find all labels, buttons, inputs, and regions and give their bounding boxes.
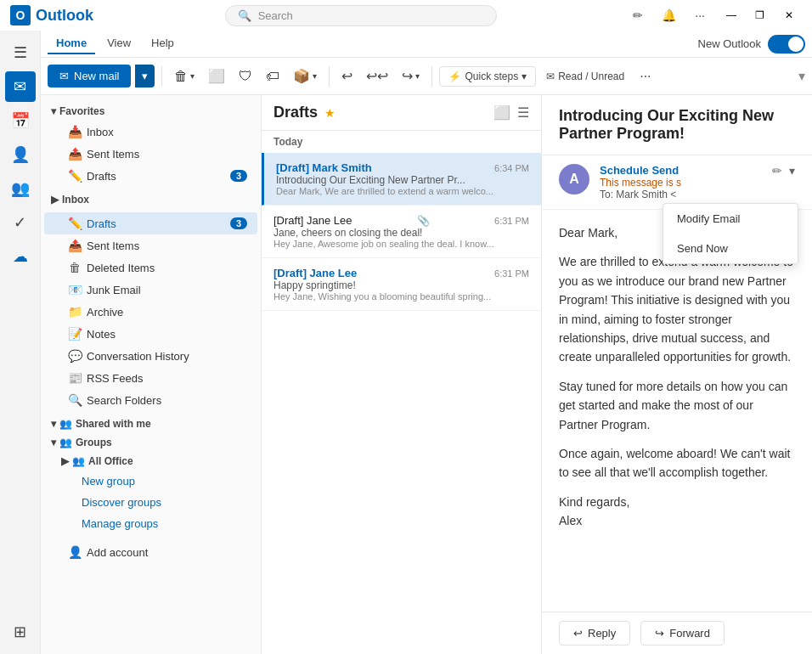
email-meta: A Schedule Send This message is s To: Ma…	[542, 155, 812, 210]
email-row1: [Draft] Jane Lee 📎 6:31 PM	[273, 214, 529, 227]
email-item[interactable]: [Draft] Jane Lee 📎 6:31 PM Jane, cheers …	[262, 206, 541, 258]
rail-apps-icon[interactable]: ⊞	[5, 617, 36, 647]
rail-groups-icon[interactable]: 👥	[5, 173, 36, 204]
sidebar-item-notes[interactable]: 📝 Notes	[44, 323, 257, 345]
groups-label: Groups	[76, 437, 112, 448]
new-mail-caret[interactable]: ▾	[135, 65, 155, 87]
list-filter-icon[interactable]: ☰	[517, 104, 529, 121]
new-mail-button[interactable]: ✉ New mail	[48, 65, 131, 87]
add-account-icon: 👤	[68, 545, 82, 559]
reply-button[interactable]: ↩	[336, 65, 358, 87]
all-office-chevron-icon: ▶	[61, 455, 69, 467]
drafts-label: Drafts	[87, 217, 116, 230]
move-button[interactable]: ⬜	[203, 65, 230, 87]
email-time: 6:34 PM	[494, 163, 529, 173]
sidebar-item-sent-fav[interactable]: 📤 Sent Items	[44, 143, 257, 165]
new-group-label[interactable]: New group	[82, 475, 135, 488]
close-button[interactable]: ✕	[776, 6, 802, 25]
sidebar-item-archive[interactable]: 📁 Archive	[44, 301, 257, 323]
read-unread-label: Read / Unread	[558, 70, 624, 82]
menu-tab-home[interactable]: Home	[48, 33, 95, 54]
discover-groups-label[interactable]: Discover groups	[82, 496, 161, 509]
favorites-header[interactable]: ▾ Favorites	[41, 102, 261, 121]
email-list: Drafts ★ ⬜ ☰ Today [Draft] Mark Smith 6:…	[262, 95, 542, 654]
quick-steps-caret: ▾	[522, 70, 527, 82]
email-item[interactable]: [Draft] Mark Smith 6:34 PM Introducing O…	[262, 153, 541, 206]
reply-all-button[interactable]: ↩↩	[361, 65, 393, 87]
sidebar-item-deleted[interactable]: 🗑 Deleted Items	[44, 257, 257, 279]
rail-check-icon[interactable]: ✓	[5, 207, 36, 238]
delete-button[interactable]: 🗑▾	[169, 65, 200, 87]
edit-meta-button[interactable]: ✏	[772, 164, 782, 178]
reply-btn[interactable]: ↩ Reply	[559, 621, 630, 646]
add-account-label: Add account	[87, 546, 148, 559]
quick-steps-button[interactable]: ⚡ Quick steps ▾	[439, 66, 536, 87]
sidebar: ▾ Favorites 📥 Inbox 📤 Sent Items ✏️ Draf…	[41, 95, 262, 654]
sidebar-item-drafts[interactable]: ✏️ Drafts 3	[44, 212, 257, 234]
sidebar-item-conversation[interactable]: 💬 Conversation History	[44, 345, 257, 367]
minimize-button[interactable]: —	[719, 6, 744, 25]
toolbar-expand-icon[interactable]: ▾	[798, 68, 805, 84]
manage-groups-label[interactable]: Manage groups	[82, 517, 158, 530]
rail-people-icon[interactable]: 👤	[5, 139, 36, 170]
titlebar: O Outlook 🔍 Search ✏ 🔔 ··· — ❐ ✕	[0, 0, 812, 31]
star-icon[interactable]: ★	[324, 106, 336, 120]
list-view-icon[interactable]: ⬜	[493, 104, 510, 121]
sidebar-item-new-group[interactable]: New group	[44, 471, 257, 492]
sidebar-item-drafts-fav[interactable]: ✏️ Drafts 3	[44, 165, 257, 187]
all-office-label: All Office	[88, 455, 133, 467]
rail-hamburger[interactable]: ☰	[5, 37, 36, 68]
restore-button[interactable]: ❐	[747, 6, 773, 25]
forward-button[interactable]: ↪▾	[397, 65, 425, 87]
sidebar-item-search-folders[interactable]: 🔍 Search Folders	[44, 389, 257, 411]
sidebar-item-rss[interactable]: 📰 RSS Feeds	[44, 367, 257, 389]
forward-btn[interactable]: ↪ Forward	[640, 621, 725, 646]
rail-cloud-icon[interactable]: ☁	[5, 241, 36, 272]
date-group-today: Today	[262, 131, 541, 153]
notes-icon: 📝	[68, 327, 82, 341]
menu-tab-help[interactable]: Help	[143, 33, 183, 54]
new-outlook-switch[interactable]	[768, 35, 805, 54]
email-sender: [Draft] Mark Smith	[276, 161, 372, 174]
delete-icon: 🗑	[174, 69, 188, 84]
read-unread-button[interactable]: ✉ Read / Unread	[539, 67, 631, 86]
read-unread-icon: ✉	[546, 70, 555, 82]
menu-tab-view[interactable]: View	[99, 33, 139, 54]
email-time: 6:31 PM	[494, 268, 529, 279]
groups-chevron-icon: ▾	[51, 437, 56, 448]
rail-calendar-icon[interactable]: 📅	[5, 105, 36, 136]
email-sender: [Draft] Jane Lee	[273, 267, 357, 279]
sidebar-item-inbox-fav[interactable]: 📥 Inbox	[44, 121, 257, 143]
sidebar-item-sent[interactable]: 📤 Sent Items	[44, 234, 257, 257]
shield-icon: 🛡	[239, 69, 252, 84]
sent-items-icon: 📤	[68, 239, 82, 252]
sidebar-item-discover-groups[interactable]: Discover groups	[44, 492, 257, 513]
dropdown-item-modify[interactable]: Modify Email	[663, 204, 798, 234]
sidebar-item-junk[interactable]: 📧 Junk Email	[44, 279, 257, 301]
archive-button[interactable]: 📦▾	[288, 65, 322, 87]
all-office-header[interactable]: ▶ 👥 All Office	[41, 452, 261, 471]
inbox-section-header[interactable]: ▶ Inbox	[41, 190, 261, 209]
app-logo: O Outlook	[10, 5, 93, 25]
sidebar-item-add-account[interactable]: 👤 Add account	[44, 541, 257, 563]
compose-icon-btn[interactable]: ✏	[628, 7, 648, 24]
sidebar-item-manage-groups[interactable]: Manage groups	[44, 513, 257, 534]
email-row1: [Draft] Mark Smith 6:34 PM	[276, 161, 529, 174]
email-subject: Jane, cheers on closing the deal!	[273, 227, 486, 239]
to-value: Mark Smith <	[616, 189, 676, 200]
toolbar-more-button[interactable]: ···	[634, 65, 656, 87]
rail-mail-icon[interactable]: ✉	[5, 71, 36, 102]
expand-meta-button[interactable]: ▾	[789, 164, 795, 178]
sender-name: Schedule Send	[600, 164, 679, 177]
quick-steps-label: Quick steps	[465, 70, 518, 82]
new-outlook-label: New Outlook	[698, 37, 761, 50]
bell-icon-btn[interactable]: 🔔	[657, 7, 681, 24]
email-item[interactable]: [Draft] Jane Lee 6:31 PM Happy springtim…	[262, 258, 541, 311]
dropdown-item-send-now[interactable]: Send Now	[663, 234, 798, 263]
more-icon-btn[interactable]: ···	[690, 7, 710, 24]
shield-button[interactable]: 🛡	[234, 65, 257, 87]
search-bar[interactable]: 🔍 Search	[225, 5, 497, 26]
groups-header[interactable]: ▾ 👥 Groups	[41, 433, 261, 452]
tag-button[interactable]: 🏷	[261, 65, 285, 87]
shared-header[interactable]: ▾ 👥 Shared with me	[41, 414, 261, 433]
